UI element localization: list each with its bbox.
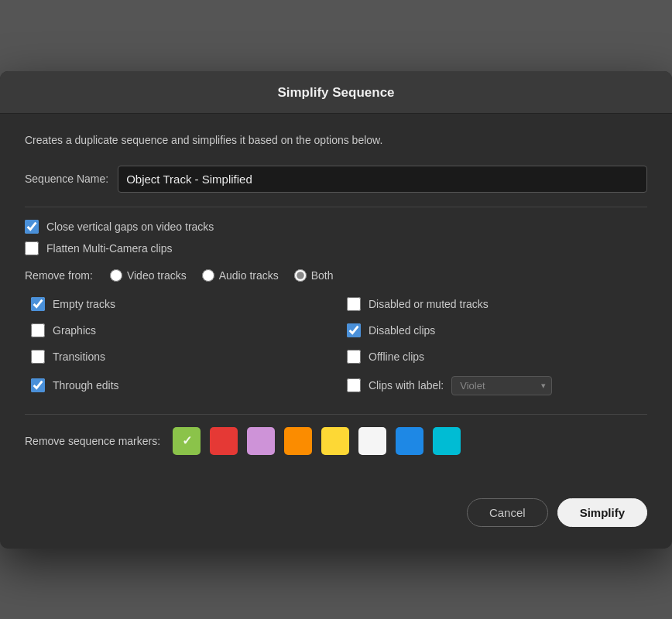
- swatch-green[interactable]: ✓: [173, 427, 201, 455]
- swatch-red[interactable]: [210, 427, 238, 455]
- radio-audio-tracks[interactable]: Audio tracks: [202, 269, 279, 282]
- simplify-button[interactable]: Simplify: [557, 498, 647, 527]
- transitions-row: Transitions: [31, 345, 331, 368]
- dialog-titlebar: Simplify Sequence: [0, 71, 672, 114]
- label-dropdown-wrapper: Violet Iris Caribbean Lavender Cerulean …: [451, 376, 552, 395]
- radio-video-tracks[interactable]: Video tracks: [110, 269, 187, 282]
- cancel-button[interactable]: Cancel: [467, 498, 548, 527]
- through-edits-label[interactable]: Through edits: [53, 379, 119, 392]
- transitions-label[interactable]: Transitions: [53, 351, 105, 363]
- radio-audio-input[interactable]: [202, 269, 214, 282]
- graphics-label[interactable]: Graphics: [53, 324, 96, 337]
- radio-video-label[interactable]: Video tracks: [127, 269, 187, 282]
- divider-2: [25, 414, 647, 415]
- sequence-name-row: Sequence Name:: [25, 166, 647, 193]
- transitions-checkbox[interactable]: [31, 350, 45, 364]
- graphics-row: Graphics: [31, 319, 331, 342]
- disabled-muted-label[interactable]: Disabled or muted tracks: [369, 298, 489, 310]
- swatch-cyan[interactable]: [433, 427, 461, 455]
- dialog-footer: Cancel Simplify: [0, 498, 672, 549]
- graphics-checkbox[interactable]: [31, 323, 45, 337]
- sequence-name-input[interactable]: [118, 166, 647, 193]
- clips-with-label-label[interactable]: Clips with label:: [369, 379, 444, 392]
- clips-with-label-row: Clips with label: Violet Iris Caribbean …: [347, 371, 647, 400]
- swatch-lavender[interactable]: [247, 427, 275, 455]
- disabled-clips-checkbox[interactable]: [347, 323, 361, 337]
- swatch-yellow[interactable]: [321, 427, 349, 455]
- radio-both-input[interactable]: [294, 269, 307, 282]
- dialog-description: Creates a duplicate sequence and simplif…: [25, 132, 647, 149]
- radio-video-input[interactable]: [110, 269, 122, 282]
- simplify-sequence-dialog: Simplify Sequence Creates a duplicate se…: [0, 71, 672, 549]
- through-edits-row: Through edits: [31, 371, 331, 400]
- swatch-blue[interactable]: [396, 427, 423, 455]
- markers-row: Remove sequence markers: ✓: [25, 427, 647, 455]
- offline-clips-label[interactable]: Offline clips: [369, 351, 424, 363]
- swatch-orange[interactable]: [284, 427, 312, 455]
- empty-tracks-row: Empty tracks: [31, 292, 331, 316]
- empty-tracks-label[interactable]: Empty tracks: [53, 298, 115, 310]
- close-gaps-row: Close vertical gaps on video tracks: [25, 220, 647, 234]
- remove-from-radio-group: Video tracks Audio tracks Both: [110, 269, 334, 282]
- remove-items-grid: Empty tracks Disabled or muted tracks Gr…: [31, 292, 647, 400]
- radio-both[interactable]: Both: [294, 269, 334, 282]
- sequence-name-label: Sequence Name:: [25, 173, 108, 185]
- markers-label: Remove sequence markers:: [25, 435, 160, 447]
- offline-clips-checkbox[interactable]: [347, 350, 361, 364]
- flatten-multicamera-label[interactable]: Flatten Multi-Camera clips: [46, 242, 173, 255]
- disabled-clips-label[interactable]: Disabled clips: [369, 324, 435, 337]
- radio-both-label[interactable]: Both: [311, 269, 334, 282]
- swatch-green-checkmark: ✓: [182, 433, 192, 448]
- dialog-title: Simplify Sequence: [277, 85, 394, 100]
- flatten-multicamera-checkbox[interactable]: [25, 241, 39, 255]
- flatten-multicamera-row: Flatten Multi-Camera clips: [25, 241, 647, 255]
- offline-clips-row: Offline clips: [347, 345, 647, 368]
- disabled-muted-checkbox[interactable]: [347, 297, 361, 311]
- swatch-white[interactable]: [358, 427, 386, 455]
- empty-tracks-checkbox[interactable]: [31, 297, 45, 311]
- disabled-muted-row: Disabled or muted tracks: [347, 292, 647, 316]
- radio-audio-label[interactable]: Audio tracks: [219, 269, 279, 282]
- remove-from-row: Remove from: Video tracks Audio tracks B…: [25, 269, 647, 282]
- divider-1: [25, 207, 647, 207]
- disabled-clips-row: Disabled clips: [347, 319, 647, 342]
- remove-from-label: Remove from:: [25, 269, 93, 282]
- close-gaps-label[interactable]: Close vertical gaps on video tracks: [46, 221, 214, 233]
- close-gaps-checkbox[interactable]: [25, 220, 39, 234]
- label-dropdown[interactable]: Violet Iris Caribbean Lavender Cerulean …: [451, 376, 552, 395]
- through-edits-checkbox[interactable]: [31, 378, 45, 392]
- clips-with-label-checkbox[interactable]: [347, 378, 361, 392]
- dialog-body: Creates a duplicate sequence and simplif…: [0, 114, 672, 498]
